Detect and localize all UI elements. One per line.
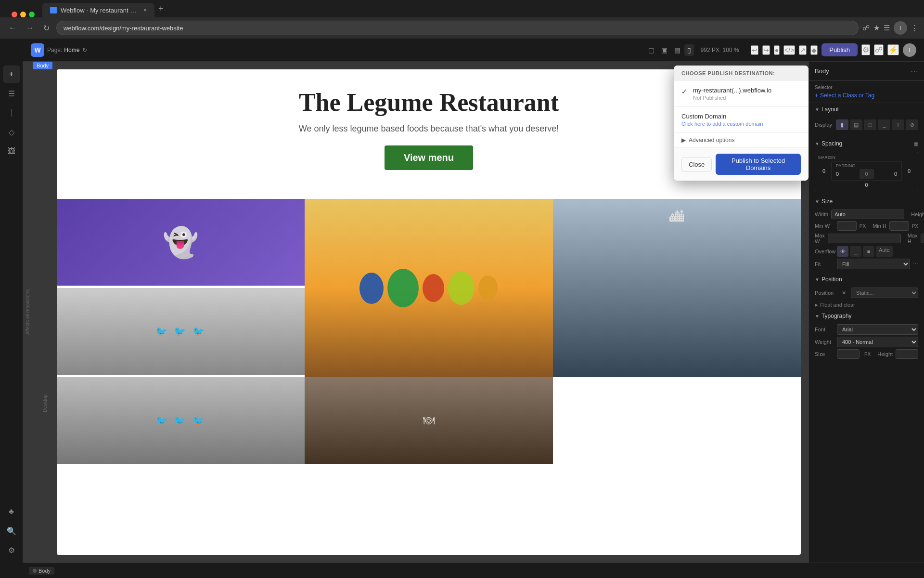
panel-more-icon[interactable]: ⋯ [911, 66, 918, 76]
custom-domain-link[interactable]: Click here to add a custom domain [681, 121, 801, 127]
sidebar-settings-icon2[interactable]: ⚙ [3, 541, 20, 559]
overflow-auto-button[interactable]: Auto [876, 246, 893, 257]
viewport-tablet-button[interactable]: ▣ [658, 44, 670, 56]
max-w-label: Max W [815, 233, 825, 244]
viewport-default-button[interactable]: ▯ [684, 44, 694, 56]
publish-selected-button[interactable]: Publish to Selected Domains [716, 154, 801, 175]
ai-button[interactable]: ◆ [810, 45, 818, 55]
sidebar-symbols-icon[interactable]: ◇ [3, 123, 20, 141]
publish-dropdown-actions: Close Publish to Selected Domains [674, 147, 808, 181]
preview-button[interactable]: ● [774, 45, 780, 55]
layout-chevron-icon: ▼ [815, 107, 820, 112]
max-h-label: Max H [908, 233, 918, 244]
profile-avatar[interactable]: I [894, 21, 907, 35]
position-title: Position [821, 276, 842, 283]
display-grid-button[interactable]: □ [864, 119, 876, 130]
lightning-button[interactable]: ⚡ [887, 44, 899, 55]
viewport-desktop-button[interactable]: ▢ [645, 44, 657, 56]
sidebar-assets-icon[interactable]: 🖼 [3, 143, 20, 160]
overflow-visible-button[interactable]: 👁 [837, 246, 848, 257]
min-w-input[interactable] [837, 221, 857, 231]
display-flex-button[interactable]: ▤ [850, 119, 862, 130]
maximize-traffic-light[interactable] [29, 12, 35, 17]
size-label: Size [815, 351, 834, 357]
overflow-hidden-button[interactable]: ⎯ [850, 246, 861, 257]
sidebar-ecommerce-icon[interactable]: ♣ [3, 503, 20, 520]
close-publish-button[interactable]: Close [681, 157, 712, 172]
padding-right-value[interactable]: 0 [894, 171, 897, 177]
undo-button[interactable]: ↩ [751, 45, 758, 55]
sidebar-layers-icon[interactable]: ⎱ [3, 104, 20, 121]
display-text-button[interactable]: T [892, 119, 904, 130]
minimize-traffic-light[interactable] [20, 12, 26, 17]
close-traffic-light[interactable] [12, 12, 17, 17]
width-input[interactable] [831, 210, 904, 219]
forward-button[interactable]: → [23, 22, 37, 34]
min-h-input[interactable] [889, 221, 909, 231]
desktop-label: Desktop [42, 394, 48, 412]
position-chevron-icon: ▼ [815, 277, 820, 282]
advanced-options[interactable]: ▶ Advanced options [674, 132, 808, 147]
publish-custom-domain[interactable]: Custom Domain Click here to add a custom… [674, 107, 808, 132]
padding-left-value[interactable]: 0 [836, 171, 839, 177]
sidebar-pages-icon[interactable]: ☰ [3, 85, 20, 102]
selector-add-button[interactable]: + Select a Class or Tag [815, 92, 918, 99]
page-name[interactable]: Home [64, 47, 79, 53]
layout-section-header[interactable]: ▼ Layout [809, 103, 924, 116]
margin-bottom-value[interactable]: 0 [865, 182, 868, 188]
image-city: 🏙 [553, 199, 801, 377]
settings-button[interactable]: ⚙ [861, 44, 870, 55]
export-button[interactable]: ↗ [799, 45, 807, 55]
float-clear-toggle[interactable]: ▶ Float and clear [809, 300, 924, 310]
check-icon: ✓ [681, 88, 687, 95]
image-birds2: 🐦 🐦 🐦 [57, 377, 305, 464]
max-w-input[interactable] [828, 234, 901, 243]
extensions-button[interactable]: ☍ [862, 24, 870, 32]
sidebar-add-icon[interactable]: + [3, 66, 20, 83]
tab-close-button[interactable]: × [143, 7, 147, 13]
user-avatar[interactable]: I [903, 43, 916, 57]
position-select[interactable]: Static... Relative Absolute Fixed [851, 288, 918, 298]
typography-section-header[interactable]: ▼ Typography [809, 310, 924, 322]
spacing-section-header[interactable]: ▼ Spacing ▦ [809, 137, 924, 150]
font-size-input[interactable] [837, 349, 860, 359]
fit-more-icon[interactable]: ⋯ [913, 261, 918, 267]
overflow-label: Overflow [815, 249, 834, 254]
overflow-scroll-button[interactable]: ■ [863, 246, 874, 257]
body-tag[interactable]: Body [29, 567, 54, 575]
view-menu-button[interactable]: View menu [385, 145, 473, 170]
max-h-input[interactable] [921, 234, 924, 243]
viewport-mobile-landscape-button[interactable]: ▤ [671, 44, 683, 56]
fit-select[interactable]: Fill Contain Cover [837, 259, 910, 269]
image-ghost: 👻 [57, 199, 305, 286]
tab-strip-button[interactable]: ☰ [884, 24, 890, 32]
weight-select[interactable]: 400 - Normal 700 - Bold 300 - Light [837, 337, 918, 347]
url-display: webflow.com/design/my-restaurant-website [64, 25, 183, 32]
display-block-button[interactable]: ▮ [836, 119, 848, 130]
margin-left-value[interactable]: 0 [818, 168, 830, 174]
publish-option-webflow[interactable]: ✓ my-restaurant(...).webflow.io Not Publ… [674, 81, 808, 107]
redo-button[interactable]: ↪ [762, 45, 770, 55]
back-button[interactable]: ← [6, 22, 19, 34]
browser-tab[interactable]: Webflow - My restaurant web... × [42, 3, 154, 17]
sidebar-search-icon[interactable]: 🔍 [3, 522, 20, 539]
position-section-header[interactable]: ▼ Position [809, 273, 924, 286]
display-inline-button[interactable]: ⎯ [878, 119, 890, 130]
padding-top-value[interactable]: 0 [865, 171, 868, 177]
new-tab-button[interactable]: + [154, 4, 167, 14]
line-height-input[interactable] [896, 349, 918, 359]
margin-right-value[interactable]: 0 [903, 168, 915, 174]
bookmark-button[interactable]: ★ [873, 24, 880, 32]
page-indicator: Page: Home [47, 47, 79, 53]
code-button[interactable]: </> [783, 45, 795, 55]
webflow-topbar: W Page: Home ↻ ▢ ▣ ▤ ▯ 992 PX 100 % ↩ ↪ … [23, 39, 924, 62]
publish-button[interactable]: Publish [821, 43, 858, 56]
refresh-button[interactable]: ↻ [40, 22, 52, 35]
data-button[interactable]: ☍ [874, 44, 884, 55]
size-section-header[interactable]: ▼ Size [809, 195, 924, 208]
more-button[interactable]: ⋮ [911, 24, 918, 32]
refresh-icon[interactable]: ↻ [82, 47, 87, 53]
address-bar[interactable]: webflow.com/design/my-restaurant-website [56, 21, 859, 35]
display-none-button[interactable]: ⊘ [906, 119, 918, 130]
font-select[interactable]: Arial Georgia Helvetica [837, 324, 918, 335]
